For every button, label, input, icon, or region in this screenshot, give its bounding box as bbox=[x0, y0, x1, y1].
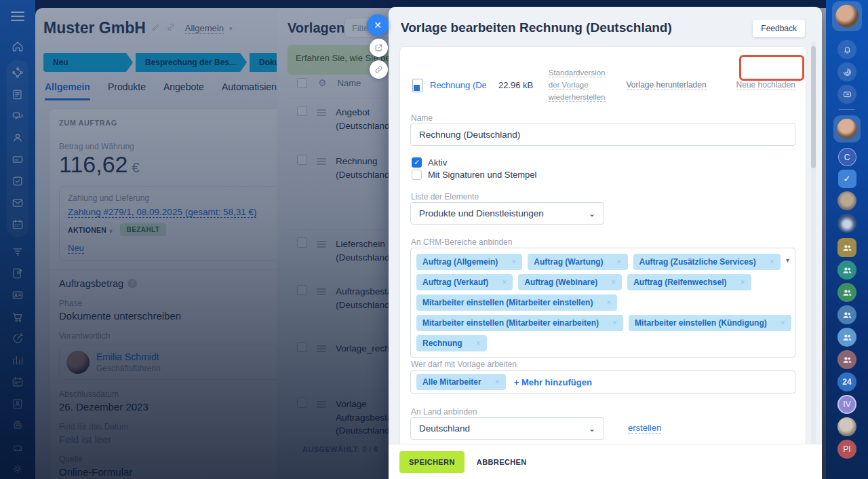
group-chat[interactable] bbox=[837, 261, 856, 280]
people-icon bbox=[842, 354, 853, 366]
document-icon bbox=[412, 79, 423, 92]
remove-tag-icon[interactable]: × bbox=[617, 257, 622, 267]
chat-badge-iv[interactable]: IV bbox=[837, 395, 856, 414]
group-chat[interactable] bbox=[837, 238, 856, 257]
external-link-icon bbox=[374, 43, 383, 52]
chat-badge-24[interactable]: 24 bbox=[837, 372, 856, 391]
modal-form-card: Rechnung (Deuts... 22.96 kB Standardvers… bbox=[399, 46, 806, 448]
create-country-link[interactable]: erstellen bbox=[628, 423, 661, 434]
caret-down-icon[interactable]: ▾ bbox=[786, 256, 789, 264]
crm-tag[interactable]: Auftrag (Verkauf)× bbox=[416, 274, 513, 290]
avatar bbox=[837, 119, 857, 139]
remove-tag-icon[interactable]: × bbox=[511, 257, 516, 267]
name-input[interactable]: Rechnung (Deutschland) bbox=[410, 123, 795, 146]
crm-tag[interactable]: Mitarbeiter einstellen (Mitarbeiter eins… bbox=[416, 294, 617, 311]
signature-checkbox-label: Mit Signaturen und Stempel bbox=[428, 170, 536, 180]
chat-contact-avatar[interactable] bbox=[837, 214, 856, 233]
modal-title: Vorlage bearbeiten Rechnung (Deutschland… bbox=[401, 20, 672, 35]
chat-badge-pi[interactable]: PI bbox=[837, 440, 856, 459]
app-screen: Muster GmbH Allgemein ▾ Neu Besprechung … bbox=[0, 0, 868, 479]
active-checkbox-label: Aktiv bbox=[428, 157, 447, 168]
annotation-highlight-box bbox=[739, 55, 804, 81]
edit-template-modal: Vorlage bearbeiten Rechnung (Deutschland… bbox=[389, 7, 822, 479]
crm-tag[interactable]: Mitarbeiter einstellen (Mitarbeiter eina… bbox=[416, 315, 623, 331]
notifications-bell-icon[interactable] bbox=[837, 40, 856, 59]
tasks-shortcut[interactable]: ✓ bbox=[838, 170, 856, 188]
template-file-link[interactable]: Rechnung (Deuts... bbox=[430, 80, 486, 90]
checkbox-unchecked-icon[interactable] bbox=[412, 170, 422, 180]
copy-link-button[interactable] bbox=[370, 60, 388, 79]
checkbox-checked-icon[interactable]: ✓ bbox=[412, 157, 422, 168]
elements-select[interactable]: Produkte und Dienstleistungen ⌄ bbox=[410, 202, 604, 225]
group-chat[interactable] bbox=[837, 305, 856, 324]
assistant-icon[interactable] bbox=[837, 62, 856, 81]
people-icon bbox=[842, 332, 853, 343]
chat-contact-active[interactable] bbox=[833, 115, 861, 142]
remove-tag-icon[interactable]: × bbox=[606, 298, 611, 307]
avatar bbox=[835, 5, 859, 28]
file-size: 22.96 kB bbox=[498, 80, 534, 90]
upload-new-link[interactable]: Neue hochladen bbox=[736, 80, 795, 90]
people-icon bbox=[842, 309, 853, 321]
chat-sync-icon[interactable] bbox=[837, 85, 856, 104]
scrollbar-thumb[interactable] bbox=[811, 46, 816, 168]
country-label: An Land anbinden bbox=[411, 407, 477, 417]
modal-footer: SPEICHERN ABBRECHEN bbox=[389, 444, 822, 479]
people-icon bbox=[842, 287, 853, 299]
group-chat[interactable] bbox=[837, 283, 856, 302]
crm-tag[interactable]: Auftrag (Zusätzliche Services)× bbox=[633, 254, 781, 270]
crm-tag[interactable]: Auftrag (Allgemein)× bbox=[416, 254, 522, 270]
active-checkbox-row[interactable]: ✓ Aktiv bbox=[412, 157, 447, 168]
chat-contact-avatar[interactable] bbox=[837, 417, 856, 436]
remove-tag-icon[interactable]: × bbox=[611, 277, 616, 287]
scrollbar[interactable] bbox=[811, 41, 816, 446]
remove-tag-icon[interactable]: × bbox=[612, 318, 617, 328]
group-chat[interactable] bbox=[837, 328, 856, 347]
right-sidebar: C ✓ 24 IV PI bbox=[826, 0, 868, 479]
chevron-down-icon: ⌄ bbox=[589, 209, 595, 218]
people-icon bbox=[842, 265, 853, 276]
remove-tag-icon[interactable]: × bbox=[502, 277, 507, 287]
restore-default-link[interactable]: Standardversion der Vorlage wiederherste… bbox=[549, 67, 614, 103]
crm-areas-multiselect[interactable]: ▾ Auftrag (Allgemein)× Auftrag (Wartung)… bbox=[410, 248, 795, 358]
profile-avatar-button[interactable] bbox=[832, 1, 862, 31]
remove-tag-icon[interactable]: × bbox=[770, 257, 774, 267]
crm-tag[interactable]: Auftrag (Reifenwechsel)× bbox=[627, 274, 751, 290]
open-in-new-button[interactable] bbox=[370, 39, 388, 57]
cancel-button[interactable]: ABBRECHEN bbox=[477, 458, 527, 466]
download-template-link[interactable]: Vorlage herunterladen bbox=[627, 80, 707, 90]
permission-label: Wer darf mit Vorlage arbeiten bbox=[411, 360, 517, 369]
elements-label: Liste der Elemente bbox=[411, 192, 479, 202]
crm-tag[interactable]: Rechnung× bbox=[416, 335, 487, 351]
crm-tag[interactable]: Auftrag (Wartung)× bbox=[528, 254, 627, 270]
permission-tag[interactable]: Alle Mitarbeiter× bbox=[416, 374, 506, 390]
remove-tag-icon[interactable]: × bbox=[476, 339, 481, 348]
check-icon: ✓ bbox=[844, 174, 851, 184]
permission-box[interactable]: Alle Mitarbeiter× + Mehr hinzufügen bbox=[410, 370, 795, 394]
save-button[interactable]: SPEICHERN bbox=[399, 451, 465, 473]
people-icon bbox=[842, 242, 853, 254]
remove-tag-icon[interactable]: × bbox=[741, 277, 745, 287]
crm-areas-label: An CRM-Bereiche anbinden bbox=[411, 237, 512, 247]
chain-link-icon bbox=[374, 65, 383, 74]
feedback-button[interactable]: Feedback bbox=[753, 20, 805, 37]
crm-tag[interactable]: Mitarbeiter einstellen (Kündigung)× bbox=[629, 315, 791, 331]
chat-contact-c[interactable]: C bbox=[838, 148, 856, 166]
crm-tag[interactable]: Auftrag (Webinare)× bbox=[518, 274, 622, 290]
group-chat[interactable] bbox=[837, 350, 856, 369]
chat-contact-avatar[interactable] bbox=[837, 191, 856, 210]
remove-tag-icon[interactable]: × bbox=[781, 318, 785, 328]
add-more-link[interactable]: + Mehr hinzufügen bbox=[514, 377, 592, 387]
close-modal-button[interactable]: ✕ bbox=[367, 14, 389, 36]
divider bbox=[839, 109, 855, 110]
close-icon: ✕ bbox=[374, 20, 382, 31]
chevron-down-icon: ⌄ bbox=[589, 424, 595, 434]
country-select[interactable]: Deutschland ⌄ bbox=[410, 417, 604, 440]
remove-tag-icon[interactable]: × bbox=[495, 377, 500, 387]
name-label: Name bbox=[411, 113, 433, 123]
signature-checkbox-row[interactable]: Mit Signaturen und Stempel bbox=[412, 170, 536, 180]
